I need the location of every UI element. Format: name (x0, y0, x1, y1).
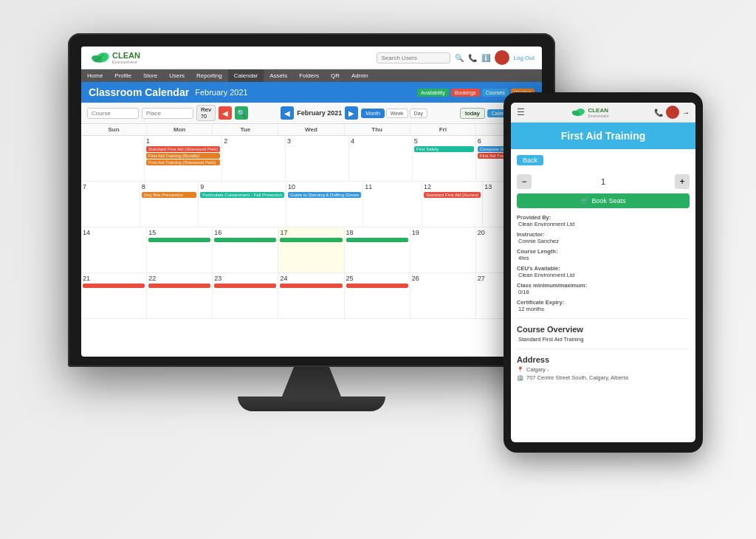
event-bar[interactable]: Particulate Containment - Fall Protectio… (200, 192, 284, 198)
day-cell-feb16[interactable]: 16 (213, 227, 278, 273)
nav-reporting[interactable]: Reporting (190, 69, 228, 82)
nav-assets[interactable]: Assets (264, 69, 293, 82)
green-event-bar[interactable] (346, 238, 408, 242)
nav-users[interactable]: Users (163, 69, 190, 82)
event-bar[interactable]: Standard First Aid (Aurora) (424, 192, 481, 198)
period-label: February 2021 (297, 109, 342, 117)
day-cell-feb3[interactable]: 3 (286, 136, 349, 182)
search-input[interactable] (377, 52, 450, 63)
red-event-bar[interactable] (214, 284, 276, 288)
today-btn[interactable]: today (460, 108, 485, 119)
availability-btn[interactable]: Availability (417, 89, 449, 97)
event-bar[interactable]: Guide to Donning & Doffing Gloves (288, 192, 361, 198)
day-cell-feb11[interactable]: 11 (363, 182, 422, 227)
toolbar-row: Rev70 ◀ 🔍 ◀ February 2021 ▶ Month Week D… (81, 103, 542, 124)
day-headers-row: Sun Mon Tue Wed Thu Fri Sat (81, 124, 542, 136)
day-cell-feb21[interactable]: 21 (81, 273, 147, 319)
red-event-bar[interactable] (83, 284, 145, 288)
day-cell-feb2[interactable]: 2 (222, 136, 286, 182)
city-icon: 📍 (517, 366, 523, 373)
nav-calendar[interactable]: Calendar (228, 69, 264, 82)
green-event-bar[interactable] (214, 238, 276, 242)
nav-profile[interactable]: Profile (109, 69, 137, 82)
calendar-month: February 2021 (195, 88, 248, 97)
day-cell-feb26[interactable]: 26 (410, 273, 476, 319)
filter-back-btn[interactable]: ◀ (219, 106, 232, 120)
green-event-bar[interactable] (148, 238, 210, 242)
filter-fwd-btn[interactable]: 🔍 (235, 106, 248, 120)
day-cell-feb19[interactable]: 19 (410, 227, 476, 273)
month-view-btn[interactable]: Month (361, 109, 384, 118)
day-cell-feb24[interactable]: 24 (278, 273, 344, 319)
app-logo: CLEAN Environment (89, 49, 140, 66)
address-title: Address (517, 355, 690, 364)
red-event-bar[interactable] (346, 284, 408, 288)
book-seats-btn[interactable]: 🛒 Book Seats (517, 193, 690, 208)
red-event-bar[interactable] (148, 284, 210, 288)
event-bar[interactable]: Standard First Aid (Sherwood Park) (146, 146, 220, 152)
day-cell-feb10[interactable]: 10 Guide to Donning & Doffing Gloves (286, 182, 363, 227)
red-event-bar[interactable] (280, 284, 342, 288)
event-bar[interactable]: First Aid Training (Bundle) (146, 153, 220, 159)
day-cell-feb8[interactable]: 8 Dog Bite Prevention (140, 182, 199, 227)
calendar-header: Classroom Calendar February 2021 Availab… (81, 82, 542, 103)
bookings-btn[interactable]: Bookings (451, 89, 480, 97)
tablet-logo-clean: CLEAN (588, 107, 608, 114)
address-street-row: 🏢 707 Centre Street South, Calgary, Albe… (517, 374, 690, 381)
address-city-row: 📍 Calgary - (517, 366, 690, 373)
day-cell-feb25[interactable]: 25 (345, 273, 410, 319)
week-view-btn[interactable]: Week (386, 109, 408, 118)
day-cell-feb7[interactable]: 7 (81, 182, 140, 227)
course-filter[interactable] (87, 108, 139, 119)
day-cell-feb12[interactable]: 12 Standard First Aid (Aurora) (422, 182, 483, 227)
event-bar[interactable]: First Aid Training (Sherwood Park) (146, 159, 220, 165)
day-cell-feb5[interactable]: 5 First Safety (413, 136, 476, 182)
tablet: ☰ CLEAN Environment 📞 (504, 92, 703, 453)
prev-month-btn[interactable]: ◀ (281, 106, 294, 120)
increase-seats-btn[interactable]: + (675, 174, 690, 189)
nav-folders[interactable]: Folders (293, 69, 325, 82)
day-cell-feb17[interactable]: 17 (278, 227, 344, 273)
monitor-screen: CLEAN Environment 🔍 📞 ℹ️ Log Out (81, 47, 542, 357)
course-length-label: Course Length: (517, 248, 690, 255)
day-cell-feb15[interactable]: 15 (147, 227, 213, 273)
overview-text: Standard First Aid Training (518, 336, 690, 343)
detail-section: Provided By: Clean Environment Ltd Instr… (517, 214, 690, 312)
next-month-btn[interactable]: ▶ (345, 106, 358, 120)
day-cell-feb14[interactable]: 14 (81, 227, 147, 273)
event-bar[interactable]: Dog Bite Prevention (142, 192, 197, 198)
search-icon[interactable]: 🔍 (455, 54, 464, 62)
logo-clean-text: CLEAN (112, 51, 140, 60)
event-bar[interactable]: First Safety (414, 146, 474, 152)
day-cell-feb18[interactable]: 18 (345, 227, 410, 273)
day-view-btn[interactable]: Day (410, 109, 427, 118)
logout-link[interactable]: Log Out (514, 55, 535, 61)
back-button[interactable]: Back (517, 155, 543, 165)
decrease-seats-btn[interactable]: − (517, 174, 532, 189)
course-length-value: 4hrs (518, 255, 690, 261)
street-icon: 🏢 (517, 374, 523, 381)
nav-qr[interactable]: QR (325, 69, 346, 82)
green-event-bar[interactable] (280, 238, 342, 242)
hamburger-icon[interactable]: ☰ (517, 107, 525, 117)
day-cell-feb4[interactable]: 4 (349, 136, 413, 182)
tablet-content-header: First Aid Training (511, 123, 695, 149)
provided-by-value: Clean Environment Ltd (518, 221, 690, 227)
calendar-grid-container: Sun Mon Tue Wed Thu Fri Sat 1 Standard F (81, 124, 542, 319)
nav-admin[interactable]: Admin (346, 69, 374, 82)
nav-home[interactable]: Home (81, 69, 109, 82)
place-filter[interactable] (142, 108, 193, 119)
logo-text-block: CLEAN Environment (112, 51, 140, 64)
day-cell-feb1[interactable]: 1 Standard First Aid (Sherwood Park) Fir… (145, 136, 222, 182)
toolbar-left: Rev70 ◀ 🔍 (87, 105, 248, 121)
calendar-title-row: Classroom Calendar February 2021 (89, 86, 248, 98)
info-icon[interactable]: ℹ️ (481, 54, 490, 62)
avatar-icon (495, 50, 509, 65)
tablet-exit-icon[interactable]: → (682, 109, 690, 117)
day-cell-feb23[interactable]: 23 (213, 273, 278, 319)
day-cell-feb9[interactable]: 9 Particulate Containment - Fall Protect… (199, 182, 286, 227)
day-cell[interactable] (81, 136, 145, 182)
nav-store[interactable]: Store (137, 69, 163, 82)
class-minmax-value: 0/18 (518, 289, 690, 295)
day-cell-feb22[interactable]: 22 (147, 273, 213, 319)
